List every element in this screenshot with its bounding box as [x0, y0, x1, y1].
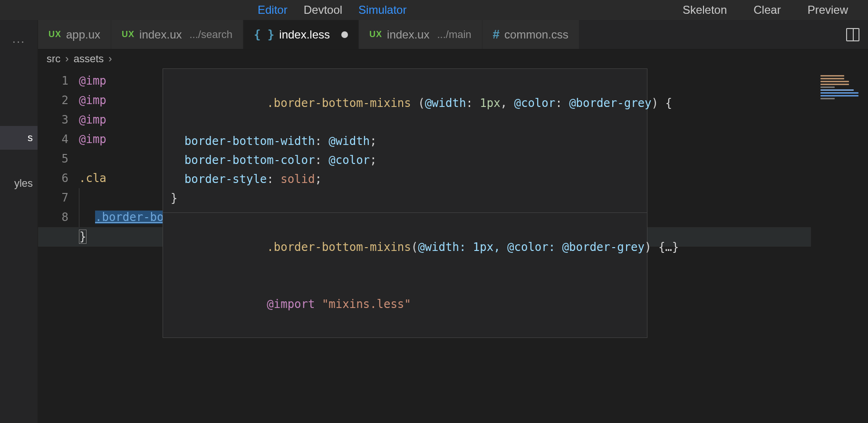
- code-token: .cla: [79, 172, 106, 185]
- line-number: 7: [38, 188, 68, 208]
- menu-simulator[interactable]: Simulator: [358, 3, 406, 17]
- tab-label: index.ux: [139, 28, 182, 41]
- hover-token: (: [418, 96, 424, 110]
- menu-editor[interactable]: Editor: [258, 3, 288, 17]
- sidebar-item-1[interactable]: yles: [0, 172, 38, 195]
- editor-main: UX app.ux UX index.ux .../search { } ind…: [38, 20, 868, 423]
- hover-token: border-bottom-width: [184, 135, 315, 148]
- tabs-bar: UX app.ux UX index.ux .../search { } ind…: [38, 20, 868, 49]
- hover-token: ,: [501, 96, 514, 110]
- tab-sublabel: .../main: [437, 29, 471, 41]
- line-number: 5: [38, 149, 68, 169]
- ux-icon: UX: [369, 29, 382, 39]
- hover-token: (: [411, 240, 418, 254]
- split-editor-icon[interactable]: [846, 28, 859, 41]
- tab-index-ux-search[interactable]: UX index.ux .../search: [111, 20, 243, 49]
- breadcrumb-sep-icon: ›: [65, 53, 68, 65]
- hover-token: 1px: [480, 96, 500, 110]
- hover-sig-name: .border-bottom-mixins: [267, 96, 418, 110]
- menu-clear[interactable]: Clear: [753, 3, 781, 17]
- hover-source-block: .border-bottom-mixins(@width: 1px, @colo…: [163, 212, 647, 337]
- line-number: 4: [38, 130, 68, 149]
- hover-token: border-style: [184, 173, 267, 186]
- hover-token: border-bottom-color: [184, 154, 315, 167]
- tab-sublabel: .../search: [189, 29, 232, 41]
- top-menubar: Editor Devtool Simulator Skeleton Clear …: [0, 0, 868, 20]
- hash-icon: #: [493, 27, 500, 42]
- menu-preview[interactable]: Preview: [808, 3, 848, 17]
- hover-token: @border-grey: [569, 96, 651, 110]
- hover-token: "mixins.less": [322, 298, 411, 311]
- hover-signature-block: .border-bottom-mixins (@width: 1px, @col…: [163, 69, 647, 212]
- hover-token: ) {…}: [645, 240, 679, 254]
- line-number: 1: [38, 71, 68, 91]
- hover-token: @import: [267, 298, 315, 311]
- hover-token: @color: [328, 154, 370, 167]
- breadcrumb-seg-0[interactable]: src: [47, 53, 60, 65]
- tab-label: index.less: [279, 28, 330, 41]
- ux-icon: UX: [122, 29, 135, 39]
- tab-label: app.ux: [66, 28, 100, 41]
- ux-icon: UX: [48, 29, 61, 39]
- menu-right-group: Skeleton Clear Preview: [683, 3, 862, 17]
- hover-token: @color: [514, 96, 556, 110]
- hover-tooltip: .border-bottom-mixins (@width: 1px, @col…: [163, 68, 647, 338]
- menu-devtool[interactable]: Devtool: [304, 3, 342, 17]
- code-content[interactable]: @imp @imp @imp @imp .cla .border-bottom-…: [79, 68, 868, 423]
- line-number: 2: [38, 91, 68, 110]
- menu-skeleton[interactable]: Skeleton: [683, 3, 727, 17]
- hover-token: @width: [425, 96, 466, 110]
- code-token: @imp: [79, 113, 106, 126]
- tab-label: common.css: [504, 28, 569, 41]
- code-editor[interactable]: 1 2 3 4 5 6 7 8 9 @imp @imp @imp @imp .c…: [38, 68, 868, 423]
- tab-label: index.ux: [387, 28, 429, 41]
- code-token: }: [79, 230, 87, 244]
- tab-common-css[interactable]: # common.css: [482, 20, 579, 49]
- code-token: @imp: [79, 94, 106, 107]
- breadcrumb-seg-1[interactable]: assets: [74, 53, 104, 65]
- tab-index-ux-main[interactable]: UX index.ux .../main: [359, 20, 482, 49]
- code-token: @imp: [79, 74, 106, 87]
- hover-token: @width: 1px, @color: @border-grey: [418, 240, 645, 254]
- line-number: 6: [38, 169, 68, 188]
- breadcrumb[interactable]: src › assets ›: [38, 49, 868, 68]
- hover-token: }: [171, 192, 177, 205]
- sidebar-item-0[interactable]: s: [0, 126, 38, 150]
- hover-token: ) {: [652, 96, 672, 110]
- tab-app-ux[interactable]: UX app.ux: [38, 20, 111, 49]
- breadcrumb-sep-icon: ›: [108, 53, 112, 65]
- hover-token: @width: [328, 135, 370, 148]
- hover-token: solid: [280, 173, 315, 186]
- hover-token: .border-bottom-mixins: [267, 240, 411, 254]
- tab-index-less[interactable]: { } index.less: [243, 20, 359, 49]
- sidebar-overflow-icon[interactable]: ···: [0, 30, 38, 55]
- braces-icon: { }: [254, 28, 274, 41]
- tabs-actions: [846, 20, 868, 49]
- dirty-indicator-icon: [341, 31, 348, 38]
- menu-left-group: Editor Devtool Simulator: [258, 3, 406, 17]
- code-token: @imp: [79, 133, 106, 146]
- line-number: 8: [38, 208, 68, 227]
- line-number: 3: [38, 110, 68, 130]
- explorer-sidebar: ··· s yles: [0, 20, 38, 423]
